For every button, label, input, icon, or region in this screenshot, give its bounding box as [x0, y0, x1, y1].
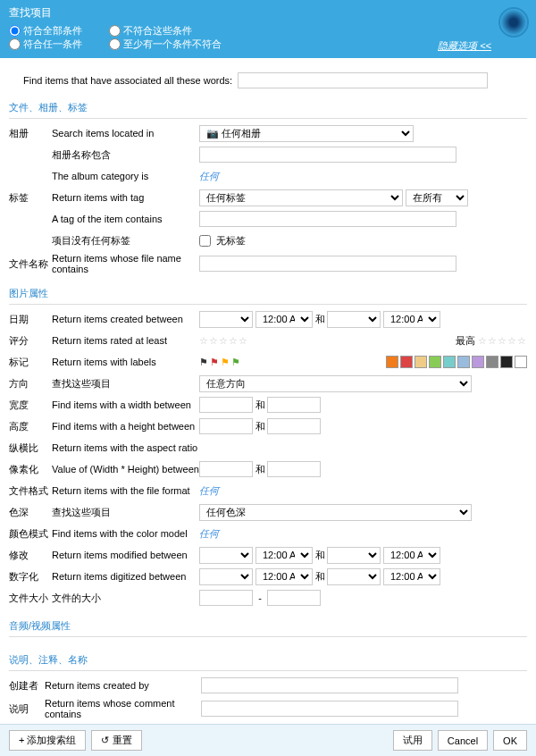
header: 查找项目 符合全部条件 不符合这些条件 符合任一条件 至少有一个条件不符合 隐藏… — [0, 0, 536, 58]
tag-contains-input[interactable] — [199, 211, 456, 227]
tag-select[interactable]: 任何标签 — [199, 189, 403, 206]
stars-max[interactable]: ☆☆☆☆☆ — [478, 335, 527, 347]
radio-none[interactable]: 不符合这些条件 — [109, 24, 192, 38]
album-select[interactable]: 📷 任何相册 — [199, 125, 414, 142]
section-av: 音频/视频属性 — [9, 616, 527, 637]
comment-input[interactable] — [201, 701, 458, 717]
w-from[interactable] — [199, 397, 253, 413]
section-files: 文件、相册、标签 — [9, 97, 527, 119]
footer: + 添加搜索组 ↺ 重置 试用 Cancel OK — [0, 724, 536, 756]
color-swatch[interactable] — [386, 356, 398, 368]
top-label: Find items that have associated all thes… — [23, 75, 232, 86]
fs-from[interactable] — [199, 590, 253, 606]
w-to[interactable] — [267, 397, 321, 413]
direction-select[interactable]: 任意方向 — [199, 375, 472, 392]
color-swatch[interactable] — [443, 356, 456, 368]
color-swatch[interactable] — [472, 356, 484, 368]
time-from[interactable]: 12:00 AM — [255, 311, 313, 328]
color-swatch[interactable] — [400, 356, 413, 368]
px-from[interactable] — [199, 461, 253, 477]
mod-to[interactable] — [327, 547, 381, 564]
add-group-button[interactable]: + 添加搜索组 — [9, 730, 86, 751]
color-swatch[interactable] — [429, 356, 441, 368]
color-swatch[interactable] — [415, 356, 427, 368]
no-tag-checkbox[interactable] — [199, 235, 211, 247]
dig-from[interactable] — [199, 568, 253, 585]
ok-button[interactable]: OK — [493, 730, 527, 751]
color-swatch[interactable] — [486, 356, 498, 368]
dig-to[interactable] — [327, 568, 381, 585]
album-name-input[interactable] — [199, 147, 456, 163]
try-button[interactable]: 试用 — [393, 730, 432, 751]
fs-to[interactable] — [267, 590, 321, 606]
tag-scope-select[interactable]: 在所有 — [406, 189, 468, 206]
h-from[interactable] — [199, 418, 253, 434]
radio-all[interactable]: 符合全部条件 — [9, 24, 82, 38]
reset-button[interactable]: ↺ 重置 — [91, 730, 141, 751]
depth-select[interactable]: 任何色深 — [199, 504, 472, 521]
hide-options-link[interactable]: 隐藏选项 << — [438, 39, 491, 53]
flags[interactable]: ⚑⚑⚑⚑ — [199, 356, 527, 368]
date-from[interactable] — [199, 311, 253, 328]
section-desc: 说明、注释、名称 — [9, 650, 527, 671]
filename-input[interactable] — [199, 256, 456, 272]
color-swatch[interactable] — [500, 356, 513, 368]
color-swatch[interactable] — [457, 356, 470, 368]
time-to[interactable]: 12:00 AM — [383, 311, 440, 328]
words-input[interactable] — [238, 72, 488, 88]
section-image: 图片属性 — [9, 283, 527, 305]
mod-from[interactable] — [199, 547, 253, 564]
color-swatch[interactable] — [515, 356, 527, 368]
cancel-button[interactable]: Cancel — [438, 730, 488, 751]
creator-input[interactable] — [201, 677, 458, 693]
radio-atleast[interactable]: 至少有一个条件不符合 — [109, 38, 222, 51]
window-title: 查找项目 — [9, 5, 527, 21]
radio-any[interactable]: 符合任一条件 — [9, 38, 82, 51]
logo-icon — [498, 7, 529, 38]
h-to[interactable] — [267, 418, 321, 434]
date-to[interactable] — [327, 311, 381, 328]
px-to[interactable] — [267, 461, 321, 477]
stars-min[interactable]: ☆☆☆☆☆ — [199, 335, 248, 347]
